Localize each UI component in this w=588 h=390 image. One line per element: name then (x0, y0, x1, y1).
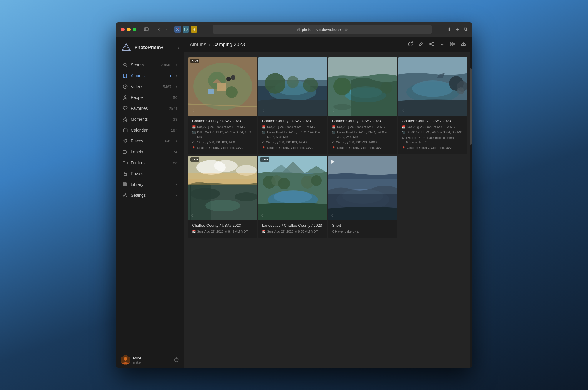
ext-icon-1[interactable] (174, 26, 181, 33)
photo-meta-1: Chaffee County / USA / 2023 📅 Sat, Aug 2… (188, 116, 257, 154)
sidebar-label-moments: Moments (131, 117, 170, 122)
view-toggle-button[interactable] (450, 41, 455, 48)
photo-card-6[interactable]: RAW ♡ Landscape / Chaffee County / 2023 … (258, 156, 327, 238)
photo-meta-4: Chaffee County / USA / 2023 📅 Sat, Aug 2… (398, 116, 467, 154)
svg-rect-21 (125, 183, 126, 186)
user-login: mike (133, 360, 171, 364)
sidebar-item-favorites[interactable]: Favorites 2574 (118, 103, 182, 114)
calendar-small-icon-2: 📅 (262, 125, 265, 129)
photo-heart-2[interactable]: ♡ (261, 109, 265, 113)
photo-heart-5[interactable]: ♡ (191, 213, 195, 218)
sidebar-item-folders[interactable]: Folders 188 (118, 157, 182, 168)
sidebar-label-videos: Videos (131, 84, 160, 89)
svg-rect-0 (144, 28, 148, 31)
photo-heart-1[interactable]: ♡ (191, 109, 195, 113)
close-button[interactable] (121, 28, 125, 31)
photo-card-4[interactable]: ♡ Chaffee County / USA / 2023 📅 Sat, Aug… (398, 57, 467, 154)
refresh-button[interactable] (408, 41, 413, 48)
sidebar-collapse-button[interactable]: ‹ (178, 45, 179, 50)
chevron-down-icon-albums: ▾ (176, 74, 177, 78)
photo-badge-6: RAW (260, 157, 269, 162)
sidebar-count-calendar: 187 (171, 128, 177, 132)
photo-place-4: Chaffee County, Colorado, USA (407, 146, 452, 150)
app-title: PhotoPrism+ (134, 45, 175, 50)
minimize-button[interactable] (127, 28, 131, 31)
svg-marker-11 (125, 86, 126, 88)
photo-heart-3[interactable]: ♡ (331, 109, 335, 113)
sidebar-item-moments[interactable]: Moments 33 (118, 114, 182, 125)
power-button[interactable] (174, 357, 179, 363)
scrollbar-thumb[interactable] (470, 68, 472, 145)
photo-thumb-1: RAW ♡ (188, 57, 257, 116)
folder-icon (123, 161, 128, 165)
svg-rect-39 (217, 83, 226, 91)
svg-point-85 (311, 175, 322, 186)
sidebar-item-private[interactable]: Private (118, 168, 182, 179)
photo-grid-container[interactable]: RAW ♡ Chaffee County / USA / 2023 📅 Sat,… (184, 52, 472, 368)
back-button[interactable]: ‹ (157, 26, 161, 33)
scrollbar-track[interactable] (470, 52, 472, 368)
sidebar-label-labels: Labels (131, 149, 168, 154)
sidebar-item-labels[interactable]: Labels 174 (118, 147, 182, 157)
ext-icon-r[interactable]: R (191, 26, 197, 33)
photo-badge-1: RAW (190, 59, 199, 63)
sidebar-item-albums[interactable]: Albums 1 ▾ (118, 70, 182, 81)
photo-location-6: Landscape / Chaffee County / 2023 (262, 223, 324, 228)
play-icon: ▶ (331, 159, 335, 164)
sidebar-toggle-button[interactable] (143, 26, 150, 32)
sidebar-item-library[interactable]: Library ▾ (118, 179, 182, 190)
photo-heart-4[interactable]: ♡ (401, 109, 405, 113)
person-icon (123, 95, 128, 100)
svg-point-23 (125, 195, 126, 196)
sidebar-count-labels: 174 (171, 150, 177, 154)
photo-lens-2: 24mm, ƒ/2.8, ISO100, 1/640 (266, 140, 307, 144)
aperture-icon: ⚙ (192, 140, 195, 144)
calendar-small-icon-3: 📅 (332, 125, 335, 129)
photo-meta-6: Landscape / Chaffee County / 2023 📅 Sun,… (258, 220, 327, 238)
photo-camera-2: Hasselblad L2D-20c, JPEG, 14400 × 6082, … (267, 130, 324, 139)
new-tab-icon[interactable]: ＋ (455, 26, 460, 33)
edit-button[interactable] (418, 41, 424, 48)
svg-point-25 (124, 357, 127, 361)
address-bar[interactable]: photoprism.down.house (213, 25, 432, 34)
photo-card-3[interactable]: ♡ Chaffee County / USA / 2023 📅 Sat, Aug… (328, 57, 397, 154)
photo-card-1[interactable]: RAW ♡ Chaffee County / USA / 2023 📅 Sat,… (188, 57, 257, 154)
photo-card-7[interactable]: ▶ ♡ Short O'Haver Lake by air (328, 156, 397, 238)
share-button[interactable] (429, 41, 434, 48)
photo-location-4: Chaffee County / USA / 2023 (402, 119, 464, 123)
forward-button[interactable]: › (164, 26, 168, 33)
sidebar-item-settings[interactable]: Settings ▾ (118, 190, 182, 201)
maximize-button[interactable] (133, 28, 136, 31)
photo-thumb-5: RAW ♡ (188, 156, 257, 220)
svg-point-4 (178, 28, 179, 29)
library-icon (123, 182, 128, 187)
photo-place-3: Chaffee County, Colorado, USA (337, 146, 382, 150)
chevron-down-icon-places: ▾ (176, 139, 177, 143)
sidebar-label-library: Library (131, 182, 171, 187)
sidebar-item-places[interactable]: Places 645 ▾ (118, 136, 182, 146)
breadcrumb-parent[interactable]: Albums (190, 42, 206, 48)
breadcrumb-current: Camping 2023 (212, 42, 245, 48)
photo-card-5[interactable]: RAW ♡ Chaffee County / USA / 2023 📅 Sun,… (188, 156, 257, 238)
sidebar-label-search: Search (131, 63, 158, 67)
svg-point-28 (432, 45, 434, 46)
share-icon[interactable]: ⬆ (447, 26, 451, 33)
photo-thumb-6: RAW ♡ (258, 156, 327, 220)
sidebar: PhotoPrism+ ‹ Search 78846 ▾ (116, 37, 184, 368)
tabs-icon[interactable]: ⧉ (464, 26, 467, 33)
sidebar-item-people[interactable]: People 50 (118, 92, 182, 103)
download-button[interactable] (440, 41, 445, 48)
sidebar-item-calendar[interactable]: Calendar 187 (118, 125, 182, 135)
sidebar-item-videos[interactable]: Videos 5467 ▾ (118, 81, 182, 92)
ext-icon-2[interactable] (183, 26, 189, 33)
photo-date-4: Sat, Aug 26, 2023 at 6:06 PM MDT (407, 125, 457, 129)
svg-point-50 (265, 73, 285, 94)
upload-button[interactable] (461, 41, 466, 48)
sidebar-nav: Search 78846 ▾ Albums 1 ▾ (116, 58, 184, 352)
photo-heart-6[interactable]: ♡ (261, 213, 265, 218)
photo-location-7: Short (332, 223, 394, 228)
sidebar-item-search[interactable]: Search 78846 ▾ (118, 60, 182, 70)
photo-card-2[interactable]: ♡ Chaffee County / USA / 2023 📅 Sat, Aug… (258, 57, 327, 154)
photo-date-1: Sat, Aug 26, 2023 at 5:41 PM MDT (197, 125, 247, 129)
photo-heart-7[interactable]: ♡ (331, 213, 335, 218)
